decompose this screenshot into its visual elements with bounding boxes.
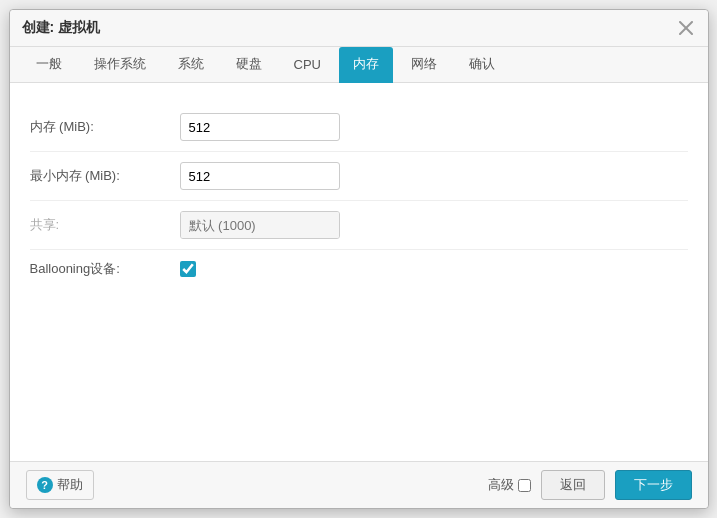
share-input xyxy=(181,212,340,238)
min-memory-input[interactable] xyxy=(181,163,340,189)
dialog-title: 创建: 虚拟机 xyxy=(22,19,101,37)
next-button[interactable]: 下一步 xyxy=(615,470,692,500)
close-icon xyxy=(679,21,693,35)
ballooning-checkbox-wrap xyxy=(180,261,196,277)
footer-right: 高级 返回 下一步 xyxy=(488,470,692,500)
help-button[interactable]: ? 帮助 xyxy=(26,470,94,500)
close-button[interactable] xyxy=(676,18,696,38)
min-memory-label: 最小内存 (MiB): xyxy=(30,167,180,185)
footer: ? 帮助 高级 返回 下一步 xyxy=(10,461,708,508)
share-spinbox: ▲ ▼ xyxy=(180,211,340,239)
ballooning-label: Ballooning设备: xyxy=(30,260,180,278)
tab-cpu[interactable]: CPU xyxy=(280,49,335,82)
back-button[interactable]: 返回 xyxy=(541,470,605,500)
advanced-label: 高级 xyxy=(488,476,514,494)
ballooning-checkbox[interactable] xyxy=(180,261,196,277)
share-label: 共享: xyxy=(30,216,180,234)
tab-os[interactable]: 操作系统 xyxy=(80,47,160,83)
tab-bar: 一般 操作系统 系统 硬盘 CPU 内存 网络 确认 xyxy=(10,47,708,83)
tab-network[interactable]: 网络 xyxy=(397,47,451,83)
min-memory-row: 最小内存 (MiB): ▲ ▼ xyxy=(30,152,688,201)
memory-row: 内存 (MiB): ▲ ▼ xyxy=(30,103,688,152)
footer-left: ? 帮助 xyxy=(26,470,94,500)
share-row: 共享: ▲ ▼ xyxy=(30,201,688,250)
memory-label: 内存 (MiB): xyxy=(30,118,180,136)
tab-confirm[interactable]: 确认 xyxy=(455,47,509,83)
dialog: 创建: 虚拟机 一般 操作系统 系统 硬盘 CPU 内存 网络 确认 内存 (M… xyxy=(9,9,709,509)
form-content: 内存 (MiB): ▲ ▼ 最小内存 (MiB): ▲ ▼ 共享: xyxy=(10,83,708,461)
help-label: 帮助 xyxy=(57,476,83,494)
memory-input[interactable] xyxy=(181,114,340,140)
help-icon: ? xyxy=(37,477,53,493)
tab-system[interactable]: 系统 xyxy=(164,47,218,83)
min-memory-spinbox[interactable]: ▲ ▼ xyxy=(180,162,340,190)
ballooning-row: Ballooning设备: xyxy=(30,250,688,288)
tab-general[interactable]: 一般 xyxy=(22,47,76,83)
title-bar: 创建: 虚拟机 xyxy=(10,10,708,47)
tab-disk[interactable]: 硬盘 xyxy=(222,47,276,83)
memory-spinbox[interactable]: ▲ ▼ xyxy=(180,113,340,141)
tab-memory[interactable]: 内存 xyxy=(339,47,393,83)
advanced-checkbox[interactable] xyxy=(518,479,531,492)
advanced-check-label: 高级 xyxy=(488,476,531,494)
